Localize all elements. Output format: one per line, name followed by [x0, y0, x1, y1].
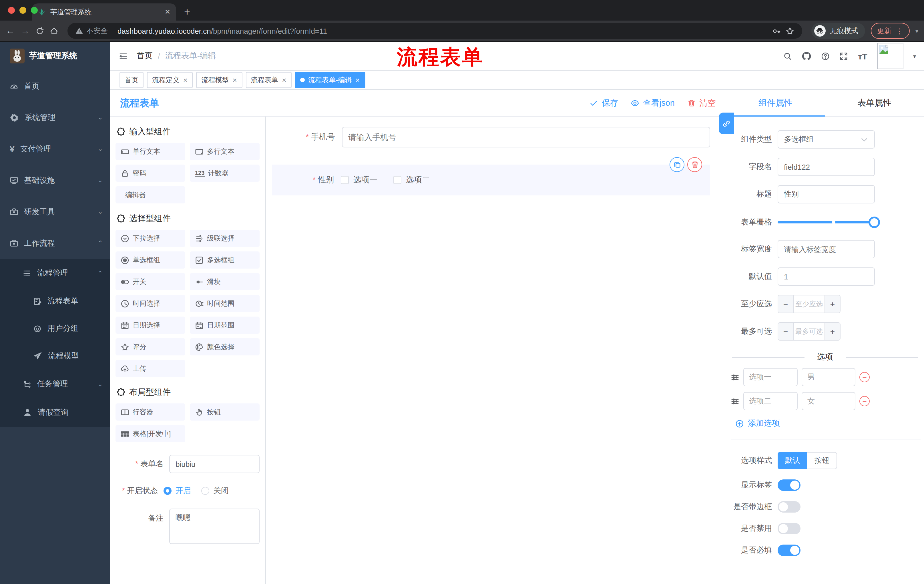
- view-tag-3[interactable]: 流程模型✕: [196, 72, 243, 88]
- bookmark-star-icon[interactable]: [785, 26, 794, 35]
- palette-item[interactable]: 单选框组: [116, 252, 185, 268]
- gender-checkbox-option[interactable]: 选项二: [393, 175, 430, 185]
- palette-item[interactable]: 日期选择: [116, 317, 185, 334]
- tab-component-props[interactable]: 组件属性: [726, 90, 825, 116]
- palette-item[interactable]: 时间范围: [190, 295, 260, 312]
- browser-menu-icon[interactable]: ⋮: [896, 26, 903, 35]
- gender-checkbox-option[interactable]: 选项一: [341, 175, 377, 185]
- view-tag-5[interactable]: 流程表单-编辑✕: [295, 72, 365, 88]
- palette-item[interactable]: 滑块: [190, 273, 260, 290]
- palette-item[interactable]: 表格[开发中]: [116, 425, 185, 442]
- link-handle-tab[interactable]: [719, 113, 734, 134]
- back-button[interactable]: ←: [6, 26, 15, 35]
- maximize-window-button[interactable]: [31, 7, 38, 14]
- plus-button[interactable]: +: [825, 295, 840, 313]
- palette-item[interactable]: 时间选择: [116, 295, 185, 312]
- delete-component-button[interactable]: [687, 157, 702, 172]
- palette-item[interactable]: 级联选择: [190, 230, 260, 247]
- status-off-radio[interactable]: 关闭: [201, 486, 229, 496]
- tag-close-icon[interactable]: ✕: [282, 77, 287, 83]
- close-window-button[interactable]: [8, 7, 15, 14]
- tag-close-icon[interactable]: ✕: [233, 77, 237, 83]
- view-tag-1[interactable]: 首页: [119, 72, 144, 88]
- plus-button[interactable]: +: [825, 323, 840, 340]
- status-on-radio[interactable]: 开启: [163, 486, 191, 496]
- palette-item[interactable]: 多行文本: [190, 143, 260, 160]
- address-bar[interactable]: 不安全 dashboard.yudao.iocoder.cn/bpm/manag…: [68, 23, 802, 39]
- component-type-select[interactable]: 多选框组: [778, 130, 875, 148]
- palette-item[interactable]: 行容器: [116, 403, 185, 421]
- palette-item[interactable]: 颜色选择: [190, 338, 260, 355]
- slider-handle[interactable]: [868, 217, 880, 228]
- sidebar-item-11[interactable]: 任务管理⌄: [0, 370, 110, 398]
- new-tab-button[interactable]: +: [184, 6, 190, 18]
- sidebar-item-3[interactable]: ¥ 支付管理⌄: [0, 133, 110, 165]
- search-icon[interactable]: [784, 52, 792, 60]
- github-icon[interactable]: [802, 51, 812, 61]
- view-tag-2[interactable]: 流程定义✕: [147, 72, 193, 88]
- remark-textarea[interactable]: 嘿嘿: [169, 508, 260, 544]
- home-button[interactable]: [50, 26, 58, 35]
- checkbox-icon[interactable]: [393, 176, 401, 184]
- phone-field-row[interactable]: 手机号: [272, 127, 710, 147]
- style-default-button[interactable]: 默认: [778, 452, 807, 469]
- update-button[interactable]: 更新 ⋮: [871, 23, 910, 39]
- tab-close-icon[interactable]: ✕: [165, 8, 170, 16]
- default-value-input[interactable]: [778, 267, 875, 286]
- drag-handle-icon[interactable]: [731, 373, 739, 382]
- security-warning[interactable]: 不安全: [76, 26, 108, 36]
- minimize-window-button[interactable]: [20, 7, 26, 14]
- gender-field-row-selected[interactable]: 性别 选项一选项二: [272, 165, 710, 196]
- palette-item[interactable]: 下拉选择: [116, 230, 185, 247]
- duplicate-component-button[interactable]: [670, 157, 685, 172]
- option-label-input[interactable]: [743, 392, 798, 410]
- palette-item[interactable]: 编辑器: [116, 186, 185, 204]
- tag-close-icon[interactable]: ✕: [355, 77, 360, 83]
- palette-item[interactable]: 密码: [116, 165, 185, 182]
- sidebar-item-12[interactable]: 请假查询: [0, 398, 110, 427]
- url-text[interactable]: dashboard.yudao.iocoder.cn/bpm/manager/f…: [117, 26, 327, 35]
- collapse-sidebar-button[interactable]: [119, 52, 127, 60]
- window-controls[interactable]: [8, 7, 38, 14]
- sidebar-item-2[interactable]: 系统管理⌄: [0, 102, 110, 133]
- palette-item[interactable]: 多选框组: [190, 252, 260, 268]
- option-value-input[interactable]: [802, 368, 855, 386]
- field-name-input[interactable]: [778, 158, 875, 176]
- palette-item[interactable]: 123计数器: [190, 165, 260, 182]
- title-input[interactable]: [778, 185, 875, 204]
- palette-item[interactable]: 日期范围: [190, 317, 260, 334]
- forward-button[interactable]: →: [21, 26, 30, 35]
- palette-item[interactable]: 上传: [116, 360, 185, 377]
- min-select-stepper[interactable]: − 至少应选 +: [778, 295, 840, 313]
- checkbox-icon[interactable]: [341, 176, 349, 184]
- phone-input[interactable]: [342, 127, 710, 147]
- form-canvas[interactable]: 手机号 性别 选项一选项二: [266, 117, 726, 584]
- form-name-input[interactable]: [169, 455, 260, 473]
- clear-button[interactable]: 清空: [687, 97, 716, 108]
- sidebar-item-9[interactable]: 用户分组: [0, 315, 110, 342]
- sidebar-item-4[interactable]: 基础设施⌄: [0, 165, 110, 196]
- toggle-on[interactable]: [778, 479, 800, 491]
- sidebar-item-8[interactable]: 流程表单: [0, 288, 110, 315]
- fullscreen-icon[interactable]: [840, 52, 848, 60]
- palette-item[interactable]: 评分: [116, 338, 185, 355]
- help-icon[interactable]: [822, 52, 830, 60]
- avatar-caret-icon[interactable]: ▾: [913, 53, 916, 59]
- minus-button[interactable]: −: [778, 295, 794, 313]
- breadcrumb-home[interactable]: 首页: [137, 51, 153, 61]
- sidebar-item-7[interactable]: 流程管理⌃: [0, 259, 110, 288]
- view-json-button[interactable]: 查看json: [631, 97, 675, 108]
- password-key-icon[interactable]: [772, 26, 781, 35]
- grid-slider[interactable]: [778, 221, 875, 224]
- remove-option-button[interactable]: −: [860, 396, 870, 406]
- max-select-stepper[interactable]: − 最多可选 +: [778, 322, 840, 341]
- toggle-off[interactable]: [778, 501, 800, 513]
- avatar[interactable]: [877, 43, 903, 69]
- palette-item[interactable]: 按钮: [190, 403, 260, 421]
- option-label-input[interactable]: [743, 368, 798, 386]
- save-button[interactable]: 保存: [590, 97, 619, 108]
- reload-button[interactable]: [35, 26, 44, 35]
- view-tag-4[interactable]: 流程表单✕: [246, 72, 292, 88]
- sidebar-item-1[interactable]: 首页: [0, 70, 110, 102]
- palette-item[interactable]: 单行文本: [116, 143, 185, 160]
